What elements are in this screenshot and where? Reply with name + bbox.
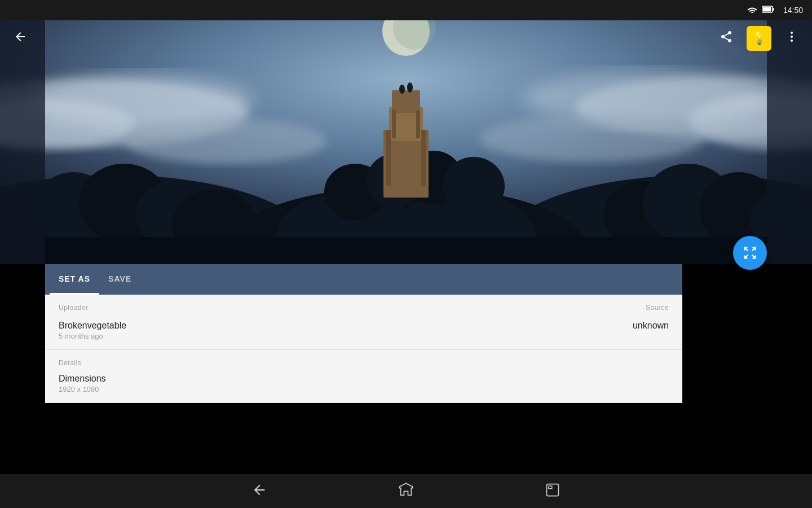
more-options-button[interactable] (780, 25, 803, 51)
tab-bar: SET AS SAVE (45, 264, 682, 295)
share-icon[interactable] (715, 25, 738, 51)
dimensions-label: Dimensions (59, 374, 669, 384)
svg-rect-51 (549, 486, 552, 489)
nav-recents-button[interactable] (536, 478, 570, 505)
svg-rect-2 (762, 7, 771, 12)
wifi-icon (747, 6, 757, 15)
battery-icon (762, 6, 774, 15)
svg-rect-43 (392, 110, 396, 138)
svg-point-37 (443, 157, 505, 216)
dimensions-value: 1920 x 1080 (59, 385, 669, 393)
svg-point-5 (791, 40, 793, 42)
lightbulb-button[interactable]: 💡 (747, 26, 771, 51)
svg-point-15 (124, 119, 327, 164)
status-bar: 14:50 (0, 0, 812, 20)
back-button[interactable] (9, 25, 32, 51)
nav-home-button[interactable] (389, 478, 423, 505)
details-group: Details Dimensions 1920 x 1080 (45, 350, 682, 403)
uploader-label: Uploader (59, 304, 89, 312)
tab-set-as[interactable]: SET AS (50, 264, 99, 295)
nav-back-button[interactable] (242, 478, 276, 505)
status-time: 14:50 (783, 6, 803, 15)
svg-point-46 (407, 82, 413, 93)
svg-point-45 (399, 85, 405, 94)
tab-save[interactable]: SAVE (99, 264, 140, 295)
expand-button[interactable] (733, 236, 767, 270)
source-label: Source (646, 304, 669, 312)
svg-point-16 (479, 115, 705, 162)
bottom-panel: SET AS SAVE Uploader Source Brokenvegeta… (45, 264, 682, 403)
nav-bar (0, 474, 812, 508)
lightbulb-icon: 💡 (752, 31, 767, 46)
svg-rect-44 (416, 110, 420, 138)
info-section: Uploader Source Brokenvegetable 5 months… (45, 295, 682, 403)
svg-rect-1 (773, 8, 774, 11)
uploader-name: Brokenvegetable (59, 321, 126, 331)
svg-rect-41 (386, 130, 391, 186)
details-label: Details (59, 359, 669, 367)
svg-point-4 (791, 36, 793, 38)
svg-rect-47 (0, 237, 812, 264)
uploader-time: 5 months ago (59, 332, 126, 340)
uploader-group: Uploader Source Brokenvegetable 5 months… (45, 295, 682, 350)
action-bar: 💡 (0, 20, 812, 56)
svg-rect-40 (392, 90, 420, 113)
svg-point-3 (791, 32, 793, 34)
svg-rect-42 (421, 130, 426, 186)
source-value: unknown (633, 321, 669, 331)
